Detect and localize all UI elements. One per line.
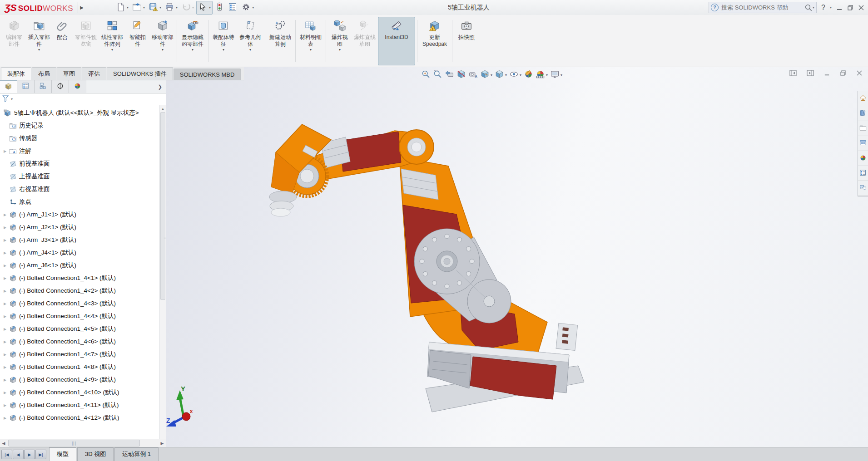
- tree-item[interactable]: ▶(-) Bolted Connection1_4<12> (默认): [0, 412, 166, 424]
- bill-of-materials-dropdown-arrow[interactable]: ▾: [310, 48, 312, 52]
- featuremanager-tab-properties[interactable]: [17, 80, 35, 93]
- minimize-document-button[interactable]: [824, 70, 830, 76]
- tree-item[interactable]: ▶(-) Arm_J3<1> (默认): [0, 234, 166, 246]
- select-dropdown-arrow[interactable]: ▾: [209, 5, 211, 10]
- featuremanager-tab-configurations[interactable]: [35, 80, 52, 93]
- headsup-view-orientation-button[interactable]: ▾: [479, 69, 493, 81]
- expand-arrow[interactable]: ▶: [2, 314, 8, 319]
- expand-arrow[interactable]: ▶: [2, 302, 8, 306]
- tree-vertical-scrollbar[interactable]: ▲: [159, 105, 166, 439]
- tab-solidworks-mbd[interactable]: SOLIDWORKS MBD: [174, 69, 241, 80]
- taskpane-view-palette-tab[interactable]: [858, 136, 868, 151]
- ribbon-move-component-button[interactable]: 移动零部件▾: [150, 17, 175, 65]
- undo-button[interactable]: ▾: [180, 1, 195, 14]
- tree-item[interactable]: 传感器: [0, 132, 166, 145]
- tab-评估[interactable]: 评估: [82, 67, 106, 80]
- tab-solidworks-插件[interactable]: SOLIDWORKS 插件: [107, 67, 173, 80]
- new-document-dropdown-arrow[interactable]: ▾: [127, 5, 129, 10]
- new-document-button[interactable]: ▾: [114, 1, 130, 14]
- headsup-zoom-area-button[interactable]: [432, 69, 443, 81]
- tree-item[interactable]: ▶(-) Bolted Connection1_4<2> (默认): [0, 284, 166, 297]
- taskpane-appearances-tab[interactable]: [858, 151, 868, 166]
- expand-arrow[interactable]: ▶: [2, 226, 8, 230]
- expand-arrow[interactable]: ▶: [2, 238, 8, 242]
- rebuild-button[interactable]: [213, 1, 226, 14]
- tree-item[interactable]: ▶(-) Arm_J2<1> (默认): [0, 221, 166, 234]
- search-dropdown-arrow[interactable]: ▾: [813, 5, 814, 10]
- open-button[interactable]: ▾: [131, 1, 146, 14]
- restore-document-button[interactable]: [840, 70, 846, 76]
- ribbon-instant3d-button[interactable]: Instant3D: [378, 17, 415, 65]
- expand-arrow[interactable]: ▶: [2, 289, 8, 293]
- tree-item[interactable]: ▶(-) Bolted Connection1_4<3> (默认): [0, 297, 166, 310]
- expand-arrow[interactable]: ▶: [2, 264, 8, 268]
- show-hidden-components-dropdown-arrow[interactable]: ▾: [192, 48, 193, 52]
- headsup-hide-show-items-button[interactable]: ▾: [508, 69, 522, 81]
- study-nav-last-button[interactable]: ▶|: [35, 450, 46, 459]
- ribbon-update-speedpak-button[interactable]: !更新Speedpak: [419, 17, 450, 65]
- options-button[interactable]: ▾: [240, 1, 255, 14]
- ribbon-bill-of-materials-button[interactable]: 材料明细表▾: [298, 17, 324, 65]
- tree-item[interactable]: ▶(-) Bolted Connection1_4<1> (默认): [0, 272, 166, 284]
- headsup-apply-scene-button[interactable]: ▾: [535, 69, 549, 81]
- tree-item[interactable]: 历史记录: [0, 119, 166, 132]
- view-orientation-dropdown-arrow[interactable]: ▾: [491, 73, 492, 77]
- linear-component-pattern-dropdown-arrow[interactable]: ▾: [111, 48, 113, 52]
- graphics-area[interactable]: 装配体布局草图评估SOLIDWORKS 插件SOLIDWORKS MBD A▾▾…: [0, 67, 868, 447]
- exploded-view-dropdown-arrow[interactable]: ▾: [339, 48, 341, 52]
- ribbon-linear-component-pattern-button[interactable]: 线性零部件阵列▾: [99, 17, 125, 65]
- search-icon[interactable]: [804, 4, 813, 12]
- tree-item[interactable]: 前视基准面: [0, 157, 166, 170]
- tree-root-item[interactable]: 5轴工业机器人 (默认<<默认>_外观 显示状态>: [0, 107, 166, 119]
- tree-item[interactable]: ▶(-) Bolted Connection1_4<8> (默认): [0, 361, 166, 373]
- featuremanager-tab-dimxpert[interactable]: [52, 80, 69, 93]
- taskpane-design-library-tab[interactable]: [858, 106, 868, 121]
- headsup-zoom-fit-button[interactable]: [420, 69, 432, 81]
- tree-item[interactable]: ▶(-) Arm_J4<1> (默认): [0, 246, 166, 259]
- close-button[interactable]: [858, 5, 864, 11]
- taskpane-forum-tab[interactable]: [858, 181, 868, 196]
- ribbon-assembly-features-button[interactable]: 装配体特征▾: [210, 17, 237, 65]
- close-document-button[interactable]: [856, 70, 863, 76]
- study-nav-first-button[interactable]: |◀: [1, 450, 12, 459]
- taskpane-file-explorer-tab[interactable]: [858, 121, 868, 136]
- headsup-annotation-view-button[interactable]: A: [467, 69, 479, 81]
- save-dropdown-arrow[interactable]: ▾: [159, 5, 161, 10]
- undo-dropdown-arrow[interactable]: ▾: [192, 5, 194, 10]
- headsup-previous-view-button[interactable]: [444, 69, 455, 81]
- robot-assembly-model[interactable]: [266, 98, 589, 418]
- filter-dropdown-arrow[interactable]: ▾: [11, 97, 13, 101]
- view-settings-dropdown-arrow[interactable]: ▾: [560, 73, 562, 77]
- tree-horizontal-scrollbar[interactable]: ◀ ||| ▶: [0, 439, 166, 447]
- minimize-button[interactable]: [836, 5, 843, 11]
- ribbon-take-snapshot-button[interactable]: 拍快照: [454, 17, 479, 65]
- hide-show-items-dropdown-arrow[interactable]: ▾: [520, 73, 521, 77]
- help-dropdown-arrow[interactable]: ▾: [830, 5, 832, 10]
- panel-expand-arrow[interactable]: ❯: [154, 80, 166, 93]
- reference-geometry-dropdown-arrow[interactable]: ▾: [249, 48, 251, 52]
- ribbon-reference-geometry-button[interactable]: 参考几何体▾: [238, 17, 263, 65]
- tree-item[interactable]: 右视基准面: [0, 183, 166, 196]
- scroll-left-arrow[interactable]: ◀: [0, 441, 7, 446]
- bottom-tab-motion-study[interactable]: 运动算例 1: [114, 447, 159, 461]
- bottom-tab-model[interactable]: 模型: [49, 447, 76, 461]
- expand-arrow[interactable]: ▶: [2, 378, 8, 382]
- tree-item[interactable]: ▶(-) Bolted Connection1_4<4> (默认): [0, 310, 166, 323]
- toolbar-flyout-arrow[interactable]: ▶: [78, 2, 85, 13]
- print-button[interactable]: ▾: [164, 1, 179, 14]
- panel-splitter-grip[interactable]: ≡: [164, 235, 166, 240]
- expand-arrow[interactable]: ▶: [2, 276, 8, 280]
- featuremanager-tab-features[interactable]: [0, 80, 17, 93]
- tree-item[interactable]: ▶(-) Bolted Connection1_4<7> (默认): [0, 348, 166, 361]
- options-dropdown-arrow[interactable]: ▾: [252, 5, 254, 10]
- tree-item[interactable]: 上视基准面: [0, 170, 166, 183]
- collapse-right-pane-button[interactable]: [807, 70, 814, 76]
- expand-arrow[interactable]: ▶: [2, 149, 8, 153]
- ribbon-smart-fasteners-button[interactable]: 智能扣件: [126, 17, 149, 65]
- expand-arrow[interactable]: ▶: [2, 340, 8, 344]
- tree-item[interactable]: ▶A注解: [0, 145, 166, 157]
- open-dropdown-arrow[interactable]: ▾: [143, 5, 145, 10]
- expand-arrow[interactable]: ▶: [2, 403, 8, 407]
- headsup-display-style-button[interactable]: ▾: [494, 69, 508, 81]
- bottom-tab-3d-views[interactable]: 3D 视图: [77, 447, 114, 461]
